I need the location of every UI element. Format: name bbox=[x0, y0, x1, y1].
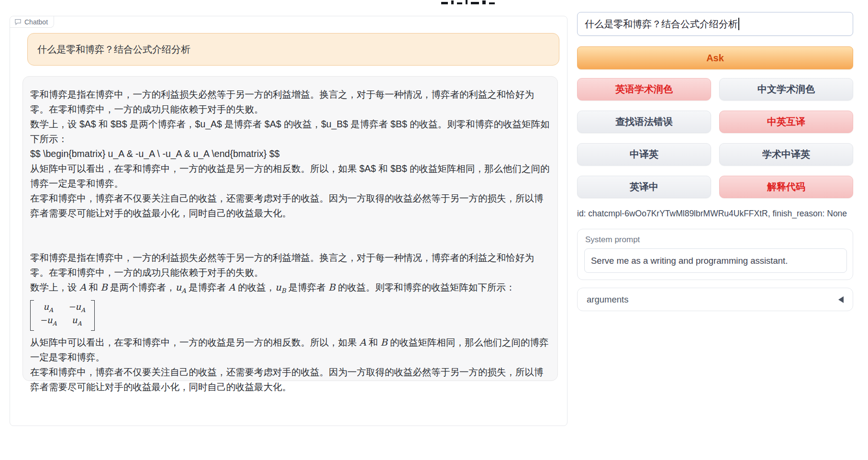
matrix-bracket-right bbox=[91, 300, 95, 331]
quick-button-academic-zh-to-en[interactable]: 学术中译英 bbox=[719, 143, 853, 166]
completion-id-status: id: chatcmpl-6wOo7KrYTwMl89lbrMWRu4UkFFX… bbox=[577, 209, 847, 219]
bot-message-bubble: 零和博弈是指在博弈中，一方的利益损失必然等于另一方的利益增益。换言之，对于每一种… bbox=[22, 76, 558, 381]
bot-rendered-paragraph-4: 从矩阵中可以看出，在零和博弈中，一方的收益是另一方的相反数。所以，如果 A 和 … bbox=[30, 335, 550, 365]
ask-button[interactable]: Ask bbox=[577, 46, 853, 69]
question-input-value: 什么是零和博弈？结合公式介绍分析 bbox=[585, 18, 738, 31]
quick-button-zh-to-en[interactable]: 中译英 bbox=[577, 143, 711, 166]
app-root: Chatbot 什么是零和博弈？结合公式介绍分析 零和博弈是指在博弈中，一方的利… bbox=[0, 0, 868, 460]
quick-button-label: 学术中译英 bbox=[762, 148, 810, 161]
bot-raw-paragraph-4: 从矩阵中可以看出，在零和博弈中，一方的收益是另一方的相反数。所以，如果 $A$ … bbox=[30, 161, 550, 191]
paragraph-gap bbox=[30, 221, 550, 250]
bot-rendered-paragraph-2: 数学上，设 A 和 B 是两个博弈者，uA 是博弈者 A 的收益，uB 是博弈者… bbox=[30, 280, 550, 298]
matrix-cell-r1c1: uA bbox=[40, 302, 57, 315]
system-prompt-value: Serve me as a writing and programming as… bbox=[591, 256, 788, 266]
chatbot-label-chip: Chatbot bbox=[10, 16, 54, 28]
bot-raw-latex-line: $$ \begin{bmatrix} u_A & -u_A \ -u_A & u… bbox=[30, 146, 550, 161]
quick-button-chinese-academic-polish[interactable]: 中文学术润色 bbox=[719, 78, 853, 101]
chatbot-panel[interactable]: Chatbot 什么是零和博弈？结合公式介绍分析 零和博弈是指在博弈中，一方的利… bbox=[10, 16, 568, 426]
quick-button-label: 中文学术润色 bbox=[757, 83, 815, 96]
bot-rendered-paragraph-1: 零和博弈是指在博弈中，一方的利益损失必然等于另一方的利益增益。换言之，对于每一种… bbox=[30, 250, 550, 280]
matrix-bracket-left bbox=[30, 300, 34, 331]
quick-button-label: 中译英 bbox=[630, 148, 658, 161]
question-input[interactable]: 什么是零和博弈？结合公式介绍分析 bbox=[577, 12, 853, 36]
system-prompt-label: System prompt bbox=[585, 235, 640, 245]
quick-button-zh-en-mutual-translate[interactable]: 中英互译 bbox=[719, 111, 853, 133]
chatbot-label: Chatbot bbox=[24, 18, 48, 26]
clipped-page-title-fragment bbox=[441, 0, 499, 4]
quick-button-label: 查找语法错误 bbox=[615, 115, 673, 128]
collapse-arrow-icon bbox=[838, 296, 844, 303]
quick-button-label: 英译中 bbox=[630, 180, 658, 193]
quick-button-label: 解释代码 bbox=[767, 180, 805, 193]
quick-button-label: 中英互译 bbox=[767, 115, 805, 128]
matrix-grid: uA −uA −uA uA bbox=[34, 300, 91, 331]
matrix-cell-r2c1: −uA bbox=[40, 315, 57, 329]
text-caret bbox=[738, 18, 739, 30]
arguments-accordion[interactable]: arguments bbox=[577, 288, 853, 311]
quick-button-label: 英语学术润色 bbox=[615, 83, 673, 96]
matrix-cell-r1c2: −uA bbox=[68, 302, 86, 315]
ask-button-label: Ask bbox=[706, 53, 724, 64]
chat-bubble-icon bbox=[14, 18, 22, 25]
arguments-accordion-label: arguments bbox=[587, 294, 628, 305]
matrix-cell-r2c2: uA bbox=[68, 315, 86, 329]
bot-raw-paragraph-1: 零和博弈是指在博弈中，一方的利益损失必然等于另一方的利益增益。换言之，对于每一种… bbox=[30, 87, 550, 117]
payoff-matrix: uA −uA −uA uA bbox=[30, 300, 95, 331]
quick-button-en-to-zh[interactable]: 英译中 bbox=[577, 176, 711, 198]
bot-raw-paragraph-5: 在零和博弈中，博弈者不仅要关注自己的收益，还需要考虑对手的收益。因为一方取得的收… bbox=[30, 191, 550, 221]
system-prompt-group: System prompt Serve me as a writing and … bbox=[577, 229, 853, 280]
quick-button-english-academic-polish[interactable]: 英语学术润色 bbox=[577, 78, 711, 101]
system-prompt-input[interactable]: Serve me as a writing and programming as… bbox=[584, 248, 847, 273]
quick-button-explain-code[interactable]: 解释代码 bbox=[719, 176, 853, 198]
bot-raw-paragraph-2: 数学上，设 $A$ 和 $B$ 是两个博弈者，$u_A$ 是博弈者 $A$ 的收… bbox=[30, 117, 550, 146]
user-message-text: 什么是零和博弈？结合公式介绍分析 bbox=[37, 43, 190, 56]
quick-button-find-grammar-errors[interactable]: 查找语法错误 bbox=[577, 111, 711, 133]
bot-rendered-paragraph-5: 在零和博弈中，博弈者不仅要关注自己的收益，还需要考虑对手的收益。因为一方取得的收… bbox=[30, 365, 550, 394]
user-message-bubble: 什么是零和博弈？结合公式介绍分析 bbox=[27, 33, 559, 66]
